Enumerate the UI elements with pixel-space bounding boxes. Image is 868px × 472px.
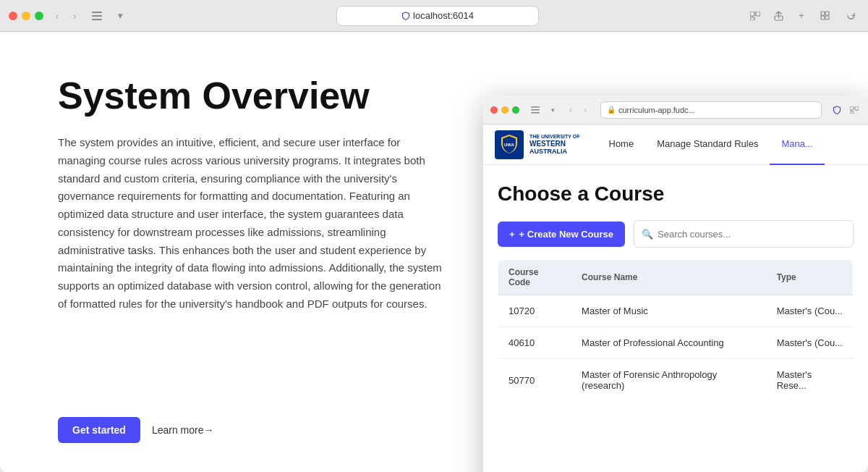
app-navbar: UWA THE UNIVERSITY OF WESTERN AUSTRALIA … xyxy=(483,125,868,165)
outer-url-bar[interactable]: localhost:6014 xyxy=(336,6,539,26)
table-header-row: Course Code Course Name Type xyxy=(498,260,854,295)
inner-url-text: curriculum-app.fudc... xyxy=(618,106,695,114)
svg-rect-13 xyxy=(531,112,540,114)
inner-dropdown-btn[interactable]: ▾ xyxy=(545,103,560,117)
plus-icon: + xyxy=(509,229,515,240)
cell-type: Master's (Cou... xyxy=(767,327,854,359)
inner-forward-btn[interactable]: › xyxy=(579,104,592,117)
inner-nav-btns: ‹ › xyxy=(564,104,592,117)
svg-rect-8 xyxy=(825,12,829,15)
outer-refresh-btn[interactable] xyxy=(842,7,859,25)
outer-tab-icon[interactable] xyxy=(746,7,764,25)
inner-url-bar[interactable]: 🔒 curriculum-app.fudc... xyxy=(600,101,822,119)
svg-rect-4 xyxy=(756,12,760,16)
lock-icon: 🔒 xyxy=(607,106,616,114)
outer-forward-btn[interactable]: › xyxy=(67,8,82,24)
outer-browser: ‹ › ▾ localhost:6014 xyxy=(0,0,868,472)
svg-rect-16 xyxy=(850,111,854,114)
outer-page-content: System Overview The system provides an i… xyxy=(0,32,868,472)
inner-titlebar: ▾ ‹ › 🔒 curriculum-app.fudc... xyxy=(483,96,868,125)
inner-controls: ▾ xyxy=(528,103,560,117)
svg-rect-12 xyxy=(531,109,540,111)
outer-tabs-icon[interactable] xyxy=(816,7,833,25)
svg-rect-5 xyxy=(750,17,754,20)
table-row[interactable]: 50770Master of Forensic Anthropology (re… xyxy=(498,359,854,402)
choose-course-title: Choose a Course xyxy=(498,182,854,206)
inner-tl-green[interactable] xyxy=(512,106,519,114)
search-box[interactable]: 🔍 xyxy=(634,220,854,248)
outer-new-tab-icon[interactable]: + xyxy=(793,7,810,25)
inner-sidebar-toggle[interactable] xyxy=(528,103,542,117)
svg-rect-7 xyxy=(821,12,825,15)
system-description: The system provides an intuitive, effici… xyxy=(58,134,448,313)
cell-type: Master's Rese... xyxy=(767,359,854,402)
col-header-name: Course Name xyxy=(571,260,767,295)
outer-tl-red[interactable] xyxy=(9,12,17,20)
course-actions-row: + + Create New Course 🔍 xyxy=(498,220,854,248)
svg-rect-0 xyxy=(92,12,102,13)
table-row[interactable]: 10720Master of MusicMaster's (Cou... xyxy=(498,295,854,327)
cell-code: 50770 xyxy=(498,359,572,402)
inner-shield-icon[interactable] xyxy=(830,104,843,117)
svg-rect-3 xyxy=(750,12,754,16)
get-started-button[interactable]: Get started xyxy=(58,417,140,443)
logo-line2: WESTERN xyxy=(529,140,580,148)
outer-nav-buttons: ‹ › xyxy=(49,8,82,24)
outer-tl-green[interactable] xyxy=(35,12,43,20)
col-header-code: Course Code xyxy=(498,260,572,295)
app-nav-links: Home Manage Standard Rules Mana... xyxy=(597,125,857,165)
nav-manage-active[interactable]: Mana... xyxy=(770,125,824,165)
cell-name: Master of Professional Accounting xyxy=(571,327,767,359)
nav-home[interactable]: Home xyxy=(597,125,646,165)
app-main-content: Choose a Course + + Create New Course 🔍 xyxy=(483,165,868,472)
svg-rect-15 xyxy=(855,106,859,110)
logo-line3: AUSTRALIA xyxy=(529,148,580,155)
table-row[interactable]: 40610Master of Professional AccountingMa… xyxy=(498,327,854,359)
cell-name: Master of Forensic Anthropology (researc… xyxy=(571,359,767,402)
app-logo: UWA THE UNIVERSITY OF WESTERN AUSTRALIA xyxy=(495,130,580,159)
search-icon: 🔍 xyxy=(642,229,653,240)
shield-icon-outer xyxy=(401,12,410,20)
outer-back-btn[interactable]: ‹ xyxy=(49,8,65,24)
cell-type: Master's (Cou... xyxy=(767,295,854,327)
svg-text:UWA: UWA xyxy=(504,143,515,147)
svg-rect-10 xyxy=(825,16,829,20)
inner-browser-window: ▾ ‹ › 🔒 curriculum-app.fudc... xyxy=(483,96,868,472)
svg-rect-11 xyxy=(531,106,540,108)
outer-share-icon[interactable] xyxy=(770,7,787,25)
nav-manage-standard[interactable]: Manage Standard Rules xyxy=(645,125,770,165)
cell-code: 40610 xyxy=(498,327,572,359)
inner-tab-icon[interactable] xyxy=(848,104,861,117)
university-logo-badge: UWA xyxy=(495,130,524,159)
outer-tl-yellow[interactable] xyxy=(22,12,30,20)
inner-back-btn[interactable]: ‹ xyxy=(564,104,577,117)
outer-traffic-lights xyxy=(9,12,43,20)
outer-titlebar: ‹ › ▾ localhost:6014 xyxy=(0,0,868,32)
cell-name: Master of Music xyxy=(571,295,767,327)
create-course-label: + Create New Course xyxy=(519,229,613,240)
create-new-course-button[interactable]: + + Create New Course xyxy=(498,222,625,247)
inner-tl-red[interactable] xyxy=(490,106,498,114)
outer-right-controls: + xyxy=(746,7,833,25)
outer-sidebar-toggle[interactable] xyxy=(88,7,106,25)
outer-dropdown-btn[interactable]: ▾ xyxy=(111,7,129,25)
inner-tl-yellow[interactable] xyxy=(501,106,509,114)
svg-rect-1 xyxy=(92,15,102,17)
courses-table: Course Code Course Name Type 10720Master… xyxy=(498,259,854,402)
inner-right-icons xyxy=(830,104,861,117)
svg-rect-9 xyxy=(821,16,825,20)
svg-rect-2 xyxy=(92,19,102,20)
search-input[interactable] xyxy=(658,229,846,240)
cell-code: 10720 xyxy=(498,295,572,327)
svg-rect-14 xyxy=(850,106,854,110)
col-header-type: Type xyxy=(767,260,854,295)
outer-url-text: localhost:6014 xyxy=(413,10,474,21)
logo-line1: THE UNIVERSITY OF xyxy=(529,134,580,140)
learn-more-link[interactable]: Learn more→ xyxy=(152,424,214,436)
